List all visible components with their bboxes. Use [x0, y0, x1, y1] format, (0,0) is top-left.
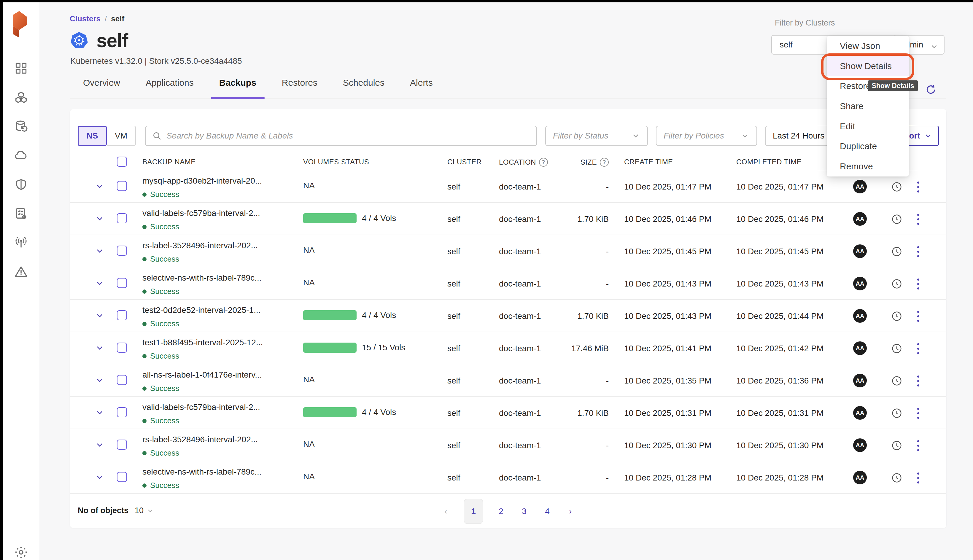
backup-name[interactable]: test1-b88f495-interval-2025-12...: [142, 338, 263, 347]
page-size-select[interactable]: 10: [135, 506, 154, 515]
owner-avatar[interactable]: AA: [853, 438, 867, 452]
owner-avatar[interactable]: AA: [853, 309, 867, 323]
owner-avatar[interactable]: AA: [853, 471, 867, 484]
row-expand-chevron-icon[interactable]: [95, 343, 105, 355]
clock-history-icon[interactable]: [891, 278, 902, 292]
owner-avatar[interactable]: AA: [853, 342, 867, 355]
row-expand-chevron-icon[interactable]: [95, 440, 105, 452]
backup-search-field[interactable]: [145, 126, 537, 146]
tab-schedules[interactable]: Schedules: [343, 78, 385, 98]
search-input[interactable]: [167, 131, 493, 141]
row-checkbox[interactable]: [117, 310, 127, 320]
policies-checklist-icon[interactable]: [14, 207, 28, 221]
tab-backups[interactable]: Backups: [219, 78, 256, 98]
dashboard-icon[interactable]: [14, 61, 28, 75]
page-button-3[interactable]: 3: [519, 507, 529, 516]
page-button-4[interactable]: 4: [542, 507, 552, 516]
row-actions-kebab-icon[interactable]: [915, 180, 921, 194]
backup-name[interactable]: selective-ns-with-rs-label-789c...: [142, 273, 262, 283]
segment-ns-button[interactable]: NS: [78, 126, 107, 146]
row-expand-chevron-icon[interactable]: [95, 375, 105, 387]
row-expand-chevron-icon[interactable]: [95, 278, 105, 290]
row-actions-kebab-icon[interactable]: [915, 406, 921, 421]
filter-by-policies-select[interactable]: Filter by Policies: [656, 126, 757, 146]
row-checkbox[interactable]: [117, 472, 127, 482]
backup-name[interactable]: valid-labels-fc579ba-interval-2...: [142, 402, 260, 412]
row-checkbox[interactable]: [117, 246, 127, 256]
clock-history-icon[interactable]: [891, 181, 902, 195]
row-actions-kebab-icon[interactable]: [915, 374, 921, 388]
clock-history-icon[interactable]: [891, 246, 902, 259]
clock-history-icon[interactable]: [891, 375, 902, 388]
row-checkbox[interactable]: [117, 375, 127, 385]
row-expand-chevron-icon[interactable]: [95, 246, 105, 258]
portworx-logo-icon[interactable]: [10, 11, 30, 38]
owner-avatar[interactable]: AA: [853, 277, 867, 290]
next-page-button[interactable]: ›: [565, 507, 575, 516]
breadcrumb-clusters-link[interactable]: Clusters: [70, 14, 100, 23]
owner-avatar[interactable]: AA: [853, 374, 867, 387]
row-actions-kebab-icon[interactable]: [915, 438, 921, 453]
row-checkbox[interactable]: [117, 213, 127, 223]
menu-item-show-details[interactable]: Show Details: [827, 56, 909, 76]
tab-restores[interactable]: Restores: [282, 78, 317, 98]
location-help-icon[interactable]: ?: [539, 158, 548, 167]
row-actions-kebab-icon[interactable]: [915, 309, 921, 323]
row-checkbox[interactable]: [117, 181, 127, 191]
clock-history-icon[interactable]: [891, 213, 902, 227]
row-checkbox[interactable]: [117, 278, 127, 288]
row-actions-kebab-icon[interactable]: [915, 244, 921, 259]
menu-item-share[interactable]: Share: [827, 96, 909, 116]
menu-item-view-json[interactable]: View Json: [827, 36, 909, 56]
row-expand-chevron-icon[interactable]: [95, 182, 105, 193]
row-actions-kebab-icon[interactable]: [915, 212, 921, 227]
row-actions-kebab-icon[interactable]: [915, 277, 921, 291]
size-help-icon[interactable]: ?: [600, 158, 609, 167]
owner-avatar[interactable]: AA: [853, 212, 867, 226]
owner-avatar[interactable]: AA: [853, 244, 867, 258]
alerts-warning-icon[interactable]: [14, 265, 28, 279]
owner-avatar[interactable]: AA: [853, 180, 867, 193]
row-expand-chevron-icon[interactable]: [95, 408, 105, 419]
tab-overview[interactable]: Overview: [83, 78, 120, 98]
applications-cubes-icon[interactable]: [14, 90, 28, 104]
filter-by-status-select[interactable]: Filter by Status: [545, 126, 648, 146]
tab-applications[interactable]: Applications: [146, 78, 194, 98]
page-button-1[interactable]: 1: [464, 499, 483, 524]
activity-antenna-icon[interactable]: [14, 235, 28, 250]
row-checkbox[interactable]: [117, 440, 127, 450]
backup-name[interactable]: mysql-app-d30eb2f-interval-20...: [142, 176, 262, 186]
page-button-2[interactable]: 2: [496, 507, 506, 516]
backup-name[interactable]: rs-label-3528496-interval-202...: [142, 435, 258, 444]
clock-history-icon[interactable]: [891, 440, 902, 453]
menu-item-edit[interactable]: Edit: [827, 116, 909, 137]
backup-name[interactable]: test2-0d2de52-interval-2025-1...: [142, 305, 260, 315]
backup-name[interactable]: selective-ns-with-rs-label-789c...: [142, 467, 262, 477]
row-expand-chevron-icon[interactable]: [95, 311, 105, 322]
row-actions-kebab-icon[interactable]: [915, 342, 921, 356]
clock-history-icon[interactable]: [891, 343, 902, 356]
owner-avatar[interactable]: AA: [853, 406, 867, 420]
backup-name[interactable]: rs-label-3528496-interval-202...: [142, 241, 258, 250]
menu-item-duplicate[interactable]: Duplicate: [827, 137, 909, 157]
row-actions-kebab-icon[interactable]: [915, 471, 921, 485]
menu-item-remove[interactable]: Remove: [827, 156, 909, 177]
row-expand-chevron-icon[interactable]: [95, 214, 105, 225]
refresh-icon[interactable]: [925, 83, 937, 95]
backup-name[interactable]: valid-labels-fc579ba-interval-2...: [142, 208, 260, 218]
cloud-icon[interactable]: [14, 148, 28, 163]
row-expand-chevron-icon[interactable]: [95, 472, 105, 484]
security-shield-icon[interactable]: [14, 177, 28, 192]
select-all-checkbox[interactable]: [117, 157, 127, 167]
clock-history-icon[interactable]: [891, 408, 902, 421]
backups-database-restore-icon[interactable]: [14, 119, 28, 133]
row-checkbox[interactable]: [117, 407, 127, 417]
clock-history-icon[interactable]: [891, 472, 902, 485]
backup-name[interactable]: all-ns-rs-label-1-0f4176e-interv...: [142, 370, 262, 380]
settings-gear-icon[interactable]: [14, 545, 28, 559]
tab-alerts[interactable]: Alerts: [410, 78, 433, 98]
prev-page-button[interactable]: ‹: [441, 507, 451, 516]
clock-history-icon[interactable]: [891, 310, 902, 324]
row-checkbox[interactable]: [117, 343, 127, 353]
segment-vm-button[interactable]: VM: [107, 126, 136, 146]
